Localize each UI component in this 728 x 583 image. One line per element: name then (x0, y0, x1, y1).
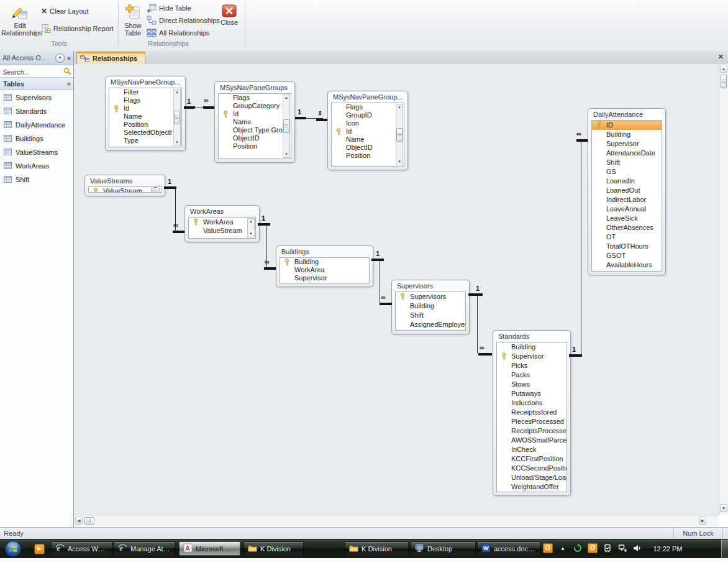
clear-layout-button[interactable]: ✕ Clear Layout (41, 6, 88, 17)
field-row[interactable]: LeaveSick (592, 214, 662, 223)
scroll-right-icon[interactable]: ▶ (699, 516, 706, 525)
sidebar-item-buildings[interactable]: Buildings (0, 132, 73, 145)
nav-pane-menu-icon[interactable]: ▼ (55, 53, 65, 63)
entity-scrollbar[interactable]: ▲▼ (173, 89, 181, 146)
scroll-up-icon[interactable]: ▲ (174, 90, 180, 95)
field-row[interactable]: ObjectID (332, 144, 404, 152)
field-spinner[interactable]: ▲▼ (151, 188, 160, 191)
field-row[interactable]: Supervisors (396, 292, 465, 301)
field-row[interactable]: Picks (497, 361, 566, 370)
scroll-down-icon[interactable]: ▼ (283, 152, 289, 157)
field-row[interactable]: Supervisor (592, 139, 662, 149)
scroll-up-icon[interactable]: ▲ (283, 95, 289, 101)
entity-scrollbar[interactable]: ▲▼ (396, 104, 403, 165)
nav-search-box[interactable] (0, 65, 73, 78)
scroll-up-icon[interactable]: ▲ (396, 104, 403, 110)
field-row[interactable]: Position (332, 152, 404, 160)
field-row[interactable]: Name (109, 112, 181, 121)
field-row[interactable]: Position (219, 142, 291, 150)
entity-daily-attendance[interactable]: DailyAttendanceIDBuildingSupervisorAtten… (588, 108, 666, 275)
field-row[interactable]: Id (332, 127, 404, 135)
field-row[interactable]: ID (592, 121, 662, 130)
taskbar-button-6[interactable]: Desktop (411, 541, 476, 556)
close-button[interactable]: Close (216, 1, 243, 48)
nav-section-tables[interactable]: Tables » (0, 78, 73, 90)
field-row[interactable]: Shift (592, 158, 662, 167)
field-row[interactable]: SelectedObjectI (109, 129, 181, 137)
field-row[interactable]: LoanedOut (592, 186, 662, 195)
volume-icon[interactable] (632, 543, 642, 553)
entity-standards[interactable]: StandardsBuildingSupervisorPicksPacksSto… (493, 330, 571, 496)
entity-buildings[interactable]: BuildingsBuildingWorkAreaSupervisor (276, 246, 373, 287)
entity-scrollbar[interactable]: ▲▼ (247, 218, 255, 237)
field-row[interactable]: IndirectLabor (592, 195, 662, 204)
field-row[interactable]: AWOSSmallParcel (497, 436, 566, 445)
horizontal-scroll-thumb[interactable] (84, 517, 94, 525)
search-input[interactable] (1, 67, 62, 77)
hide-table-button[interactable]: Hide Table (147, 2, 191, 14)
field-row[interactable]: Building (280, 258, 369, 266)
field-row[interactable]: Type (109, 137, 181, 145)
field-row[interactable]: LeaveAnnual (592, 204, 662, 214)
media-player-quicklaunch-icon[interactable]: ▶ (34, 544, 45, 554)
vertical-scrollbar[interactable]: ▲ ▼ (719, 64, 728, 515)
field-row[interactable]: Icon (332, 119, 404, 127)
taskbar-button-4[interactable]: K Division (243, 541, 304, 556)
field-row[interactable]: ObjectID (219, 134, 291, 142)
entity-msys-nav-pane-group-to-objects[interactable]: MSysNavPaneGroup...FlagsGroupIDIconIdNam… (327, 91, 408, 170)
field-row[interactable]: OtherAbsences (592, 223, 662, 232)
field-row[interactable]: PiecesProcessed (497, 417, 566, 426)
outlook-icon[interactable]: O (543, 543, 553, 553)
field-row[interactable]: Unload/Stage/Loac (497, 473, 566, 482)
taskbar-button-2[interactable]: eManage Attac... (114, 541, 175, 556)
collapse-section-icon[interactable]: » (65, 82, 72, 86)
relationship-report-button[interactable]: Relationship Report (41, 23, 114, 34)
scrollbar-thumb[interactable] (283, 119, 289, 133)
field-row[interactable]: KCCSecondPositior (497, 464, 566, 473)
field-row[interactable]: TotalOTHours (592, 242, 662, 251)
sidebar-item-dailyattendance[interactable]: DailyAttendance (0, 118, 73, 132)
all-relationships-button[interactable]: All Relationships (147, 27, 209, 39)
field-row[interactable]: Building (592, 130, 662, 139)
taskbar-button-5[interactable]: K Division (345, 541, 409, 556)
show-hidden-icons-icon[interactable]: ▲ (558, 543, 568, 553)
field-row[interactable]: Packs (497, 370, 566, 380)
taskbar-button-1[interactable]: eAccess World F... (51, 541, 112, 556)
sidebar-item-standards[interactable]: Standards (0, 104, 73, 118)
scroll-left-icon[interactable]: ◀ (75, 516, 83, 525)
field-row[interactable]: OT (592, 232, 662, 242)
field-row[interactable]: Shift (396, 311, 465, 320)
relationships-canvas[interactable]: 1∞1∞1∞1∞1∞1∞1∞MSysNavPaneGroup...FilterF… (74, 64, 719, 515)
entity-msys-nav-pane-group-categories[interactable]: MSysNavPaneGroup...FilterFlagsIdNamePosi… (105, 76, 186, 151)
scroll-up-icon[interactable]: ▲ (248, 219, 254, 224)
spin-up-icon[interactable]: ▲ (152, 186, 158, 190)
network-icon[interactable] (617, 543, 627, 553)
nav-pane-header[interactable]: All Access O... ▼ « (0, 51, 73, 65)
field-row[interactable]: Name (332, 135, 404, 144)
scroll-down-icon[interactable]: ▼ (720, 504, 727, 512)
field-row[interactable]: ValueStream (89, 187, 161, 193)
field-row[interactable]: InCheck (497, 445, 566, 454)
entity-value-streams[interactable]: ValueStreamsValueStream▲▼ (84, 175, 165, 196)
field-row[interactable]: Building (497, 342, 566, 352)
safely-remove-icon[interactable] (603, 543, 612, 553)
field-row[interactable]: Filter (109, 88, 181, 96)
entity-msys-nav-pane-groups[interactable]: MSysNavPaneGroupsFlagsGroupCategoryIdNam… (214, 81, 295, 163)
field-row[interactable]: Receiptsstored (497, 408, 566, 417)
field-row[interactable]: GroupCategory (219, 102, 291, 110)
field-row[interactable]: Supervisor (497, 352, 566, 361)
field-row[interactable]: Building (396, 301, 465, 311)
field-row[interactable]: WorkArea (189, 218, 255, 226)
scrollbar-thumb[interactable] (174, 111, 180, 124)
scroll-down-icon[interactable]: ▼ (396, 159, 403, 165)
entity-work-areas[interactable]: WorkAreasWorkAreaValueStream▲▼ (184, 205, 260, 242)
sidebar-item-workareas[interactable]: WorkAreas (0, 159, 73, 173)
field-row[interactable]: Flags (219, 94, 291, 102)
field-row[interactable]: Object Type Gro (219, 126, 291, 134)
field-row[interactable]: Putaways (497, 389, 566, 398)
field-row[interactable]: GSOT (592, 251, 662, 260)
field-row[interactable]: Inductions (497, 398, 566, 408)
direct-relationships-button[interactable]: Direct Relationships (147, 15, 220, 26)
field-row[interactable]: Flags (332, 103, 404, 111)
field-row[interactable]: ReceiptsProcessed (497, 426, 566, 436)
